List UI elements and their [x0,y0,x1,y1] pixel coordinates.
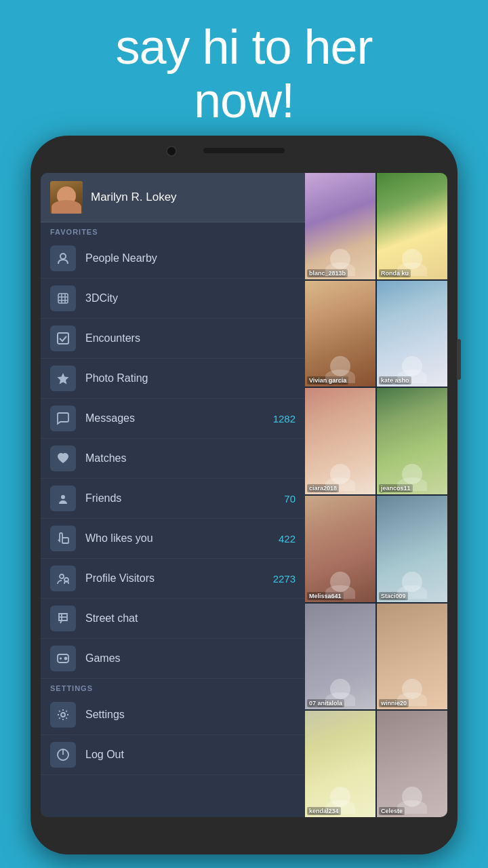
matches-icon [50,446,76,471]
photo-username-12: Celeste [379,807,405,815]
sidebar-item-encounters[interactable]: Encounters [41,319,305,359]
photo-username-9: 07 anitalola [307,699,344,707]
svg-point-8 [61,495,65,499]
sidebar-item-matches[interactable]: Matches [41,439,305,479]
sidebar-item-settings[interactable]: Settings [41,695,305,735]
people-nearby-label: People Nearby [85,252,296,264]
sidebar: Marilyn R. Lokey FAVORITES People Nearby [41,173,305,817]
photo-rating-icon [50,366,76,391]
street-chat-icon [50,606,76,631]
photo-username-5: ciara2018 [307,484,339,492]
settings-section-label: SETTINGS [41,679,305,695]
friends-label: Friends [85,492,284,505]
sidebar-item-log-out[interactable]: Log Out [41,735,305,775]
phone-speaker [203,148,285,153]
games-label: Games [85,652,296,665]
sidebar-item-who-likes-you[interactable]: Who likes you 422 [41,519,305,559]
phone-side-button [457,339,461,380]
sidebar-item-profile-visitors[interactable]: Profile Visitors 2273 [41,559,305,599]
photo-cell-1[interactable]: blanc_2813b [305,173,375,279]
sidebar-item-3dcity[interactable]: 3DCity [41,279,305,319]
street-chat-label: Street chat [85,612,296,625]
photo-cell-3[interactable]: Vivian garcia [305,281,375,387]
photo-cell-11[interactable]: kendal234 [305,711,375,817]
sidebar-item-street-chat[interactable]: Street chat [41,599,305,639]
encounters-label: Encounters [85,332,296,344]
phone-frame: Marilyn R. Lokey FAVORITES People Nearby [30,136,458,854]
settings-icon [50,702,76,728]
photo-cell-5[interactable]: ciara2018 [305,388,375,494]
messages-label: Messages [85,412,273,425]
photo-username-8: Staci009 [379,592,408,600]
headline-line2: now! [194,73,294,127]
photo-cell-12[interactable]: Celeste [377,711,447,817]
sidebar-item-friends[interactable]: Friends 70 [41,479,305,519]
photo-username-6: jeancos11 [379,484,413,492]
photo-cell-2[interactable]: Ronda ku [377,173,447,279]
phone-camera [166,146,177,157]
sidebar-item-people-nearby[interactable]: People Nearby [41,239,305,279]
photo-cell-6[interactable]: jeancos11 [377,388,447,494]
photo-username-3: Vivian garcia [307,376,348,384]
profile-name: Marilyn R. Lokey [91,191,177,204]
games-icon [50,646,76,671]
sidebar-item-photo-rating[interactable]: Photo Rating [41,359,305,399]
friends-badge: 70 [284,493,296,505]
settings-label: Settings [85,709,296,721]
photo-username-11: kendal234 [307,807,341,815]
svg-rect-6 [58,333,68,344]
favorites-section-label: FAVORITES [41,222,305,239]
profile-visitors-badge: 2273 [273,573,296,585]
profile-visitors-label: Profile Visitors [85,572,273,585]
photo-cell-7[interactable]: Melissa641 [305,496,375,602]
svg-point-18 [61,713,65,717]
sidebar-item-games[interactable]: Games [41,639,305,679]
who-likes-you-icon [50,526,76,551]
photo-username-2: Ronda ku [379,269,411,277]
profile-visitors-icon [50,566,76,591]
3dcity-label: 3DCity [85,292,296,304]
photo-rating-label: Photo Rating [85,372,296,384]
log-out-label: Log Out [85,749,296,761]
messages-icon [50,406,76,431]
avatar-image [50,181,83,214]
photo-cell-8[interactable]: Staci009 [377,496,447,602]
photo-username-4: kate asho [379,376,411,384]
encounters-icon [50,326,76,351]
who-likes-you-badge: 422 [279,533,296,545]
log-out-icon [50,742,76,768]
messages-badge: 1282 [273,413,296,425]
photo-username-1: blanc_2813b [307,269,348,277]
svg-point-0 [60,254,66,259]
photo-username-10: winnie20 [379,699,409,707]
who-likes-you-label: Who likes you [85,532,279,545]
avatar [50,181,83,214]
svg-marker-7 [58,373,69,384]
profile-header[interactable]: Marilyn R. Lokey [41,173,305,222]
photo-grid: blanc_2813b Ronda ku Vivian garcia kate … [305,173,447,817]
svg-point-10 [60,574,64,578]
svg-rect-9 [62,538,68,543]
photo-cell-4[interactable]: kate asho [377,281,447,387]
photo-username-7: Melissa641 [307,592,344,600]
photo-cell-10[interactable]: winnie20 [377,604,447,710]
phone-screen: Marilyn R. Lokey FAVORITES People Nearby [41,173,447,817]
matches-label: Matches [85,452,296,465]
friends-icon [50,486,76,511]
svg-point-15 [65,658,67,660]
sidebar-item-messages[interactable]: Messages 1282 [41,399,305,439]
photo-cell-9[interactable]: 07 anitalola [305,604,375,710]
svg-rect-1 [58,294,68,303]
people-nearby-icon [50,245,76,271]
headline: say hi to her now! [0,20,488,127]
3dcity-icon [50,285,76,311]
headline-line1: say hi to her [115,20,372,74]
